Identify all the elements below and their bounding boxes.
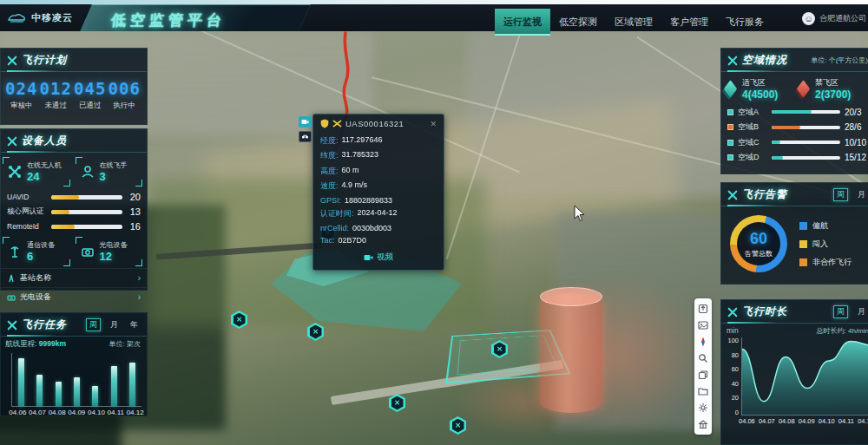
popup-control-button[interactable] [299,131,312,142]
tab-year[interactable]: 年 [128,319,141,330]
x-tick-label: 04.10 [88,409,105,416]
x-tick-label: 04.08 [49,409,66,416]
folder-icon[interactable] [697,385,709,397]
bar [36,375,43,406]
panel-devices: 设备人员 在线无人机24 在线飞手3 UAVID 20 核心网认证 13 Rem… [0,128,148,291]
progress-fill [772,156,783,160]
popup-row-altitude: 高度:60 m [320,161,437,177]
y-tick-label: 60 [725,366,739,372]
nav-item-services[interactable]: 飞行服务 [717,9,773,36]
device-icon [7,136,17,147]
compass-icon[interactable] [697,336,709,348]
panel-header: 飞行告警 周 月 [721,183,868,206]
progress-track [772,156,840,160]
progress-fill [772,126,800,129]
legend-swatch [799,222,807,230]
zone-fly-ok: 适飞区4(4500) [725,77,798,101]
progress-fill [51,225,75,229]
device-type-stats: 通信设备6 光电设备12 [1,232,147,268]
duration-icon [727,307,738,317]
panel-flight-alerts: 飞行告警 周 月 60 告警总数 偏航 闯入 非合作飞行 [720,182,868,285]
close-icon[interactable]: ✕ [430,120,437,128]
drone-marker[interactable]: ✕ [389,394,405,412]
donut-center: 60 告警总数 [737,222,780,265]
link-optics-devices[interactable]: 光电设备 › [1,287,147,306]
total-duration: 总时长约: 4h/min [817,326,868,336]
tab-month[interactable]: 月 [108,319,121,330]
alert-total-value: 60 [750,230,767,248]
popup-row-auth-time: 认证时间:2024-04-12 [320,205,437,220]
popup-row-longitude: 经度:117.297646 [320,131,437,147]
popup-row-speed: 速度:4.9 m/s [320,177,437,193]
nofly-cylinder-zone[interactable] [540,293,602,413]
bar [74,377,80,406]
pilot-icon [81,165,95,179]
drone-badge-icon [332,120,342,128]
panel-title: 空域情况 [742,53,787,68]
x-tick-label: 04.06 [9,409,26,416]
online-drones: 在线无人机24 [3,157,70,187]
x-tick-label: 04.07 [759,417,775,425]
x-tick-label: 04.11 [838,417,854,425]
legend-intrusion: 闯入 [799,239,852,250]
airspace-row-a: 空域A 20/3 [721,102,868,118]
popup-header: UAS00016321 ✕ [320,119,437,131]
area-fill [742,342,868,416]
panel-header: 飞行时长 周 月 [721,300,868,324]
x-tick-label: 04.12 [858,417,868,425]
nav-item-monitoring[interactable]: 运行监视 [495,9,550,36]
video-button[interactable]: 视频 [320,250,437,265]
nav-item-detection[interactable]: 低空探测 [550,9,606,36]
panel-title: 飞行告警 [742,187,787,202]
alert-icon [727,190,738,200]
nav-item-customers[interactable]: 客户管理 [661,9,717,36]
top-bar: 中移凌云 低空监管平台 运行监视 低空探测 区域管理 客户管理 飞行服务 ☺ 合… [0,4,868,31]
search-icon[interactable] [697,352,709,364]
panel-airspace: 空域情况 单位: 个(平方公里) 适飞区4(4500) 禁飞区2(3700) 空… [720,48,868,174]
link-base-stations[interactable]: 基站名称 › [1,268,147,287]
airspace-row-d: 空域D 15/12 [721,148,868,164]
popup-row-tac: Tac:02B7D0 [320,232,437,245]
row-bullet [727,140,733,146]
tab-week[interactable]: 周 [86,318,101,331]
panel-flight-tasks: 飞行任务 周 月 年 航线里程: 9999km 单位: 架次 04.0604.0… [0,312,148,416]
bar [129,363,135,406]
layers-icon[interactable] [697,369,709,381]
popup-camera-button[interactable] [299,116,312,128]
tab-week[interactable]: 周 [833,188,848,201]
row-bullet [727,124,733,130]
progress-track [51,195,122,200]
tab-week[interactable]: 周 [833,305,848,318]
chevron-right-icon: › [138,273,141,283]
gear-icon[interactable] [697,402,709,414]
area-chart-svg [742,337,868,416]
landmark-icon[interactable] [697,418,709,430]
progress-fill [772,110,812,114]
image-icon[interactable] [697,319,709,331]
page-title: 低空监管平台 [110,10,227,30]
optics-devices: 光电设备12 [76,237,143,266]
camera-icon [81,245,95,258]
device-bar-remoteid: RemoteId 16 [1,218,147,232]
bar [18,358,24,406]
airspace-icon [727,56,738,66]
device-bar-uavid: UAVID 20 [1,188,147,203]
row-bullet [727,109,733,115]
chevron-right-icon: › [138,292,141,302]
bar [111,366,117,406]
panel-header: 空域情况 单位: 个(平方公里) [721,49,868,72]
tab-month[interactable]: 月 [855,189,868,200]
airspace-row-b: 空域B 28/6 [721,118,868,134]
panel-flight-plan: 飞行计划 024审核中 012未通过 045已通过 006执行中 [0,48,148,125]
camera-icon [7,293,16,302]
y-tick-label: 80 [725,352,739,358]
y-tick-label: 40 [725,381,739,387]
user-menu[interactable]: ☺ 合肥通航公司 [802,12,866,25]
online-pilots: 在线飞手3 [76,157,143,187]
alerts-donut-chart: 60 告警总数 [730,215,787,272]
legend-swatch [799,258,807,266]
capture-icon[interactable] [697,303,709,315]
nav-item-regions[interactable]: 区域管理 [606,9,661,36]
tab-month[interactable]: 月 [855,306,868,317]
panel-header: 飞行计划 [1,49,147,72]
